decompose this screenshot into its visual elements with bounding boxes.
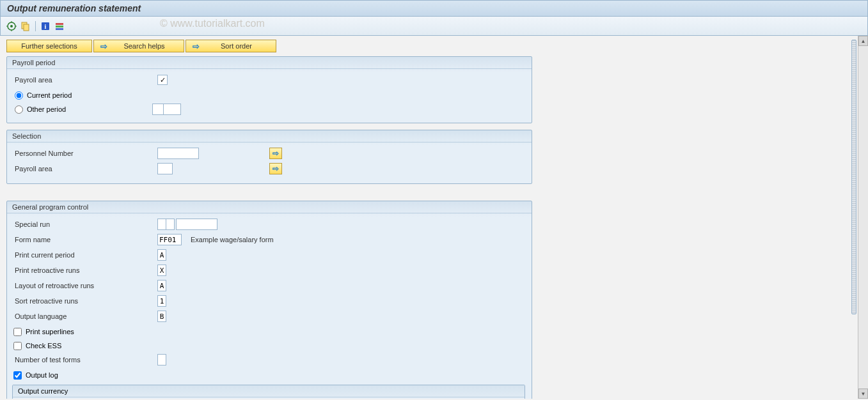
other-period-radio[interactable]	[15, 105, 23, 114]
svg-rect-6	[56, 23, 63, 25]
content-area: Further selections ⇨ Search helps ⇨ Sort…	[0, 36, 868, 399]
payroll-area-label: Payroll area	[13, 76, 157, 84]
payroll-area-checkbox[interactable]: ✓	[157, 75, 168, 85]
output-log-label: Output log	[26, 371, 58, 379]
execute-icon[interactable]	[6, 20, 17, 32]
layout-retro-input[interactable]	[157, 280, 166, 291]
arrow-right-icon: ⇨	[100, 42, 107, 50]
arrow-right-icon: ⇨	[272, 164, 279, 173]
print-retro-input[interactable]	[157, 265, 166, 276]
output-log-checkbox[interactable]	[13, 371, 22, 380]
scroll-up-arrow[interactable]: ▲	[858, 36, 868, 46]
search-helps-label: Search helps	[111, 42, 177, 50]
payroll-area-sel-label: Payroll area	[13, 165, 157, 173]
scroll-track[interactable]	[858, 46, 868, 388]
num-test-forms-input[interactable]	[157, 354, 166, 365]
other-period-label: Other period	[27, 105, 152, 113]
print-current-label: Print current period	[13, 251, 157, 259]
special-run-label: Special run	[13, 220, 157, 228]
output-currency-group: Output currency For-period	[12, 385, 525, 399]
form-name-label: Form name	[13, 236, 157, 243]
sort-retro-label: Sort retroactive runs	[13, 297, 157, 305]
selection-group: Selection Personnel Number ⇨ Payroll are…	[6, 130, 532, 184]
sort-order-label: Sort order	[203, 42, 269, 50]
further-selections-label: Further selections	[21, 42, 77, 50]
svg-rect-3	[24, 24, 29, 31]
print-superlines-label: Print superlines	[26, 328, 74, 335]
output-lang-label: Output language	[13, 312, 157, 320]
check-ess-label: Check ESS	[26, 342, 61, 350]
num-test-forms-label: Number of test forms	[13, 356, 157, 364]
variant-icon[interactable]	[20, 20, 31, 32]
payroll-period-header: Payroll period	[7, 57, 532, 69]
sort-retro-input[interactable]	[157, 295, 166, 307]
svg-rect-7	[56, 26, 63, 27]
special-run-input-2[interactable]	[166, 219, 175, 230]
current-period-radio[interactable]	[15, 91, 23, 100]
print-superlines-checkbox[interactable]	[13, 328, 22, 336]
svg-rect-8	[56, 28, 63, 30]
special-run-input-3[interactable]	[176, 219, 217, 230]
search-helps-button[interactable]: ⇨ Search helps	[93, 40, 184, 52]
selection-header: Selection	[7, 130, 532, 142]
info-icon[interactable]: i	[40, 20, 51, 32]
form-name-description: Example wage/salary form	[191, 236, 274, 243]
personnel-number-input[interactable]	[157, 148, 199, 159]
other-period-input-1[interactable]	[152, 104, 164, 115]
payroll-area-multiselect-button[interactable]: ⇨	[269, 163, 282, 174]
payroll-area-sel-input[interactable]	[157, 163, 173, 174]
vertical-scrollbar[interactable]: ▲ ▼	[858, 36, 868, 399]
toolbar: i	[0, 17, 868, 36]
general-header: General program control	[7, 201, 532, 213]
svg-text:i: i	[45, 23, 47, 30]
action-bar: Further selections ⇨ Search helps ⇨ Sort…	[6, 40, 851, 52]
layout-retro-label: Layout of retroactive runs	[13, 282, 157, 289]
output-lang-input[interactable]	[157, 311, 166, 322]
check-ess-checkbox[interactable]	[13, 342, 22, 350]
print-current-input[interactable]	[157, 249, 166, 261]
print-retro-label: Print retroactive runs	[13, 266, 157, 274]
scroll-down-arrow[interactable]: ▼	[858, 388, 868, 399]
form-name-input[interactable]	[157, 234, 182, 245]
resize-grip[interactable]	[851, 40, 856, 314]
general-program-control-group: General program control Special run Form…	[6, 201, 532, 399]
title-bar: Output remuneration statement	[0, 0, 868, 17]
arrow-right-icon: ⇨	[272, 149, 279, 158]
sort-order-button[interactable]: ⇨ Sort order	[185, 40, 276, 52]
personnel-number-label: Personnel Number	[13, 150, 157, 157]
svg-point-1	[10, 25, 13, 27]
payroll-period-group: Payroll period Payroll area ✓ Current pe…	[6, 56, 532, 123]
personnel-number-multiselect-button[interactable]: ⇨	[269, 148, 282, 159]
page-title: Output remuneration statement	[7, 3, 141, 13]
arrow-right-icon: ⇨	[193, 42, 200, 50]
format-icon[interactable]	[54, 20, 65, 32]
toolbar-separator	[35, 21, 36, 31]
special-run-input-1[interactable]	[157, 219, 166, 230]
current-period-label: Current period	[27, 91, 72, 99]
output-currency-header: Output currency	[13, 385, 525, 397]
other-period-input-2[interactable]	[163, 104, 181, 115]
main-content: Further selections ⇨ Search helps ⇨ Sort…	[0, 36, 858, 399]
further-selections-button[interactable]: Further selections	[6, 40, 92, 52]
